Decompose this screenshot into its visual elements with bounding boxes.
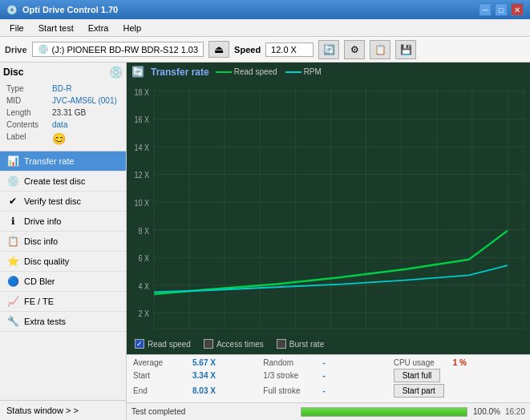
start-part-button[interactable]: Start part — [394, 384, 444, 398]
minimize-button[interactable]: ─ — [479, 3, 492, 16]
speed-selector[interactable]: 12.0 X — [265, 42, 314, 57]
options-button[interactable]: ⚙ — [344, 40, 365, 59]
menu-help[interactable]: Help — [116, 22, 148, 34]
chart-area: 18 X 16 X 14 X 12 X 10 X 8 X 6 X 4 X 2 X — [131, 79, 525, 337]
transfer-rate-icon: 📊 — [6, 155, 19, 167]
svg-text:18 X: 18 X — [135, 87, 150, 97]
legend-read-speed: Read speed — [216, 67, 277, 76]
sidebar-item-extra-tests[interactable]: 🔧 Extra tests — [0, 312, 126, 332]
legend-check-read-speed[interactable]: ✓ Read speed — [135, 339, 191, 349]
disc-title: Disc — [3, 67, 23, 78]
read-speed-checkbox[interactable]: ✓ — [135, 339, 144, 349]
sidebar-item-label-create-test-disc: Create test disc — [24, 176, 85, 186]
read-speed-legend-label: Read speed — [234, 67, 277, 76]
drive-selector[interactable]: 💿 (J:) PIONEER BD-RW BDR-S12 1.03 — [32, 42, 204, 57]
title-bar-left: 💿 Opti Drive Control 1.70 — [6, 5, 118, 15]
speed-value: 12.0 X — [271, 45, 297, 55]
sidebar-item-label-transfer-rate: Transfer rate — [24, 156, 75, 166]
sidebar-item-disc-quality[interactable]: ⭐ Disc quality — [0, 252, 126, 272]
progress-track — [301, 407, 467, 417]
svg-text:17.5: 17.5 — [395, 334, 408, 337]
window-controls: ─ □ ✕ — [479, 3, 524, 16]
status-window-button[interactable]: Status window > > — [0, 400, 126, 420]
chart-svg: 18 X 16 X 14 X 12 X 10 X 8 X 6 X 4 X 2 X — [131, 79, 525, 337]
rpm-color — [285, 71, 301, 73]
chart-header: 🔄 Transfer rate Read speed RPM — [131, 66, 525, 78]
app-icon: 💿 — [6, 5, 18, 15]
type-label: Type — [5, 83, 49, 94]
legend-check-burst-rate[interactable]: Burst rate — [277, 339, 324, 349]
maximize-button[interactable]: □ — [495, 3, 508, 16]
disc-section: Disc 💿 Type BD-R MID JVC-AMS6L (001) Len… — [0, 63, 126, 151]
chart-legend: Read speed RPM — [216, 67, 322, 76]
sidebar-item-label-extra-tests: Extra tests — [24, 317, 66, 326]
end-label: End — [133, 386, 189, 395]
menu-start-test[interactable]: Start test — [32, 22, 80, 34]
sidebar-item-transfer-rate[interactable]: 📊 Transfer rate — [0, 151, 126, 172]
stats-section: Average 5.67 X Random - CPU usage 1 % St… — [127, 354, 530, 402]
access-times-check-label: Access times — [216, 340, 264, 349]
svg-text:22.5: 22.5 — [466, 334, 479, 337]
sidebar-item-create-test-disc[interactable]: 💿 Create test disc — [0, 172, 126, 192]
start-group: Start 3.34 X — [133, 369, 263, 382]
start-value: 3.34 X — [192, 371, 216, 380]
disc-cd-icon: 💿 — [109, 66, 123, 79]
stroke-full-group: Full stroke - — [263, 384, 393, 398]
disc-header: Disc 💿 — [3, 66, 123, 79]
random-value: - — [322, 358, 325, 367]
disc-mid-row: MID JVC-AMS6L (001) — [5, 95, 121, 106]
random-label: Random — [263, 358, 319, 367]
svg-text:5.0: 5.0 — [220, 334, 229, 337]
disc-length-row: Length 23.31 GB — [5, 107, 121, 118]
copy-button[interactable]: 📋 — [370, 40, 390, 59]
average-group: Average 5.67 X — [133, 358, 263, 367]
close-button[interactable]: ✕ — [511, 3, 524, 16]
contents-value: data — [51, 119, 121, 130]
right-panel: 🔄 Transfer rate Read speed RPM — [127, 63, 530, 420]
read-speed-check-label: Read speed — [148, 340, 191, 349]
mid-value: JVC-AMS6L (001) — [51, 95, 121, 106]
disc-type-row: Type BD-R — [5, 83, 121, 94]
stroke1-label: 1/3 stroke — [263, 371, 319, 380]
create-test-disc-icon: 💿 — [6, 176, 19, 187]
eject-button[interactable]: ⏏ — [208, 41, 229, 58]
stroke-full-label: Full stroke — [263, 386, 319, 395]
sidebar-item-verify-test-disc[interactable]: ✔ Verify test disc — [0, 192, 126, 212]
start-label: Start — [133, 371, 189, 380]
legend-check-access-times[interactable]: Access times — [204, 339, 264, 349]
menu-extra[interactable]: Extra — [82, 22, 115, 34]
average-value: 5.67 X — [192, 358, 216, 367]
legend-rpm: RPM — [285, 67, 322, 76]
menu-bar: File Start test Extra Help — [0, 19, 530, 37]
start-full-button[interactable]: Start full — [394, 369, 441, 382]
drive-icon: 💿 — [38, 44, 49, 55]
sidebar-item-drive-info[interactable]: ℹ Drive info — [0, 212, 126, 232]
svg-text:10 X: 10 X — [135, 198, 150, 208]
menu-file[interactable]: File — [3, 22, 30, 34]
refresh-button[interactable]: 🔄 — [318, 40, 339, 59]
chart-title: Transfer rate — [151, 67, 209, 78]
sidebar-item-label-drive-info: Drive info — [24, 216, 61, 226]
disc-label-row: Label 😊 — [5, 131, 121, 146]
nav-section: 📊 Transfer rate 💿 Create test disc ✔ Ver… — [0, 151, 126, 400]
sidebar-item-disc-info[interactable]: 📋 Disc info — [0, 232, 126, 252]
sidebar-item-cd-bler[interactable]: 🔵 CD Bler — [0, 272, 126, 292]
access-times-checkbox[interactable] — [204, 339, 213, 349]
sidebar-item-label-cd-bler: CD Bler — [24, 277, 55, 286]
start-part-group[interactable]: Start part — [394, 384, 524, 398]
left-panel: Disc 💿 Type BD-R MID JVC-AMS6L (001) Len… — [0, 63, 127, 420]
save-button[interactable]: 💾 — [395, 40, 416, 59]
label-value: 😊 — [51, 131, 121, 146]
svg-text:0.0: 0.0 — [149, 334, 158, 337]
burst-rate-checkbox[interactable] — [277, 339, 286, 349]
disc-contents-row: Contents data — [5, 119, 121, 130]
stroke1-value: - — [322, 371, 325, 380]
svg-text:2.5: 2.5 — [185, 334, 194, 337]
disc-info-table: Type BD-R MID JVC-AMS6L (001) Length 23.… — [3, 82, 123, 147]
sidebar-item-label-verify-test-disc: Verify test disc — [24, 196, 81, 206]
sidebar-item-fe-te[interactable]: 📈 FE / TE — [0, 292, 126, 312]
type-value: BD-R — [51, 83, 121, 94]
svg-text:6 X: 6 X — [139, 253, 150, 263]
chart-refresh-icon: 🔄 — [131, 66, 144, 78]
start-full-group[interactable]: Start full — [394, 369, 524, 382]
